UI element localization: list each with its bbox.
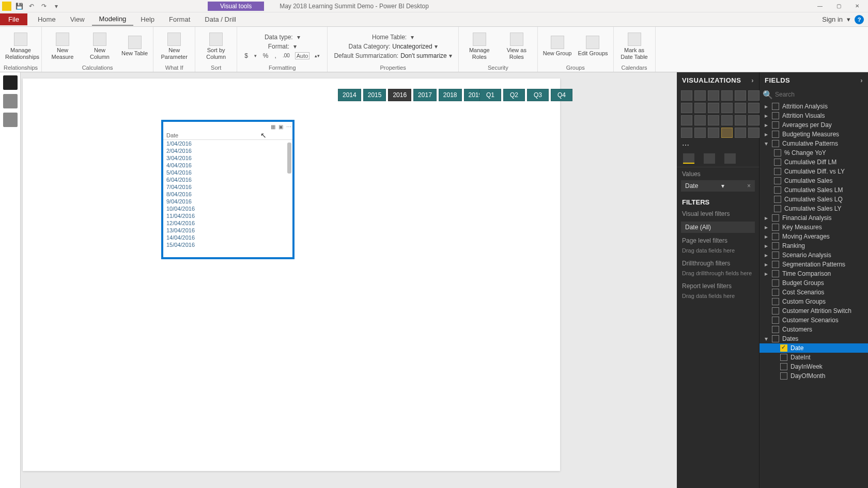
- viz-type-icon[interactable]: [748, 90, 760, 101]
- field-table[interactable]: ▸Scenario Analysis: [760, 250, 868, 260]
- table-column-header[interactable]: Date: [163, 131, 292, 140]
- table-visual[interactable]: ↖ ▦ ▣ ⋯ Date 1/04/20162/04/20163/04/2016…: [161, 120, 295, 259]
- field-table[interactable]: ▸Averages per Day: [760, 120, 868, 130]
- qat-dropdown-icon[interactable]: ▾: [52, 2, 61, 11]
- viz-type-icon[interactable]: [694, 115, 706, 125]
- expand-icon[interactable]: ▸: [764, 103, 769, 110]
- expand-icon[interactable]: ▾: [764, 140, 769, 147]
- table-row[interactable]: 1/04/2016: [163, 140, 292, 147]
- table-row[interactable]: 12/04/2016: [163, 219, 292, 227]
- tab-data-drill[interactable]: Data / Drill: [197, 13, 243, 25]
- viz-type-icon[interactable]: [748, 103, 760, 113]
- new-column-button[interactable]: New Column: [82, 32, 117, 60]
- table-row[interactable]: 10/04/2016: [163, 205, 292, 212]
- new-table-button[interactable]: New Table: [119, 35, 150, 57]
- chevron-down-icon[interactable]: ▾: [847, 15, 850, 23]
- field-table[interactable]: ▸Time Comparison: [760, 269, 868, 278]
- field-checkbox[interactable]: [780, 363, 787, 370]
- viz-type-icon[interactable]: [681, 115, 692, 125]
- decimal-auto-box[interactable]: Auto: [295, 52, 310, 59]
- viz-type-icon[interactable]: [721, 128, 733, 138]
- field-checkbox[interactable]: [780, 354, 787, 361]
- table-row[interactable]: 3/04/2016: [163, 154, 292, 162]
- remove-field-icon[interactable]: ×: [747, 182, 751, 190]
- expand-icon[interactable]: ▸: [764, 242, 769, 249]
- field-item[interactable]: DayInWeek: [760, 362, 868, 371]
- field-table[interactable]: ▾Dates: [760, 334, 868, 343]
- viz-type-icon[interactable]: [721, 115, 733, 125]
- field-checkbox[interactable]: [774, 205, 781, 212]
- field-checkbox[interactable]: [774, 196, 781, 203]
- report-filters-drop[interactable]: Drag data fields here: [677, 292, 759, 303]
- default-summarization-value[interactable]: Don't summarize: [400, 52, 447, 59]
- field-item[interactable]: Cumulative Sales: [760, 176, 868, 185]
- chevron-down-icon[interactable]: ▾: [293, 43, 297, 50]
- chevron-down-icon[interactable]: ▾: [411, 34, 414, 41]
- viz-type-icon[interactable]: [708, 90, 719, 101]
- chevron-down-icon[interactable]: ▾: [435, 43, 438, 50]
- viz-type-icon[interactable]: [735, 90, 746, 101]
- slicer-year-2016[interactable]: 2016: [388, 89, 411, 101]
- collapse-pane-icon[interactable]: ›: [751, 76, 754, 84]
- sign-in-link[interactable]: Sign in: [822, 15, 843, 23]
- slicer-q4[interactable]: Q4: [551, 89, 572, 101]
- chevron-down-icon[interactable]: ▾: [297, 34, 300, 41]
- page-filters-drop[interactable]: Drag data fields here: [677, 246, 759, 258]
- field-item[interactable]: Cumulative Sales LM: [760, 185, 868, 195]
- expand-icon[interactable]: ▸: [764, 261, 769, 268]
- table-row[interactable]: 7/04/2016: [163, 183, 292, 191]
- field-item[interactable]: Cumulative Sales LQ: [760, 195, 868, 204]
- field-item[interactable]: Cumulative Sales LY: [760, 204, 868, 213]
- field-table[interactable]: ▸Key Measures: [760, 223, 868, 232]
- visual-filter-date[interactable]: Date (All): [681, 222, 755, 233]
- drillthrough-drop[interactable]: Drag drillthrough fields here: [677, 269, 759, 280]
- report-canvas[interactable]: 2014 2015 2016 2017 2018 2019 Q1 Q2 Q3 Q…: [23, 78, 560, 471]
- viz-type-icon[interactable]: [721, 90, 733, 101]
- viz-type-icon[interactable]: [681, 128, 692, 138]
- viz-type-icon[interactable]: [735, 103, 746, 113]
- new-parameter-button[interactable]: New Parameter: [157, 32, 192, 60]
- expand-icon[interactable]: ▸: [764, 233, 769, 240]
- stepper-icon[interactable]: ▴▾: [314, 53, 321, 58]
- collapse-pane-icon[interactable]: ›: [860, 76, 863, 84]
- tab-help[interactable]: Help: [133, 13, 162, 25]
- chevron-down-icon[interactable]: ▾: [449, 52, 452, 59]
- comma-format-button[interactable]: ,: [274, 52, 277, 59]
- expand-icon[interactable]: ▾: [764, 335, 769, 342]
- minimize-button[interactable]: —: [812, 1, 828, 11]
- percent-format-button[interactable]: %: [262, 52, 270, 59]
- viz-type-icon[interactable]: [748, 128, 760, 138]
- tab-modeling[interactable]: Modeling: [92, 13, 134, 26]
- field-table[interactable]: ▸Segmentation Patterns: [760, 260, 868, 269]
- field-table[interactable]: ▸Budgeting Measures: [760, 130, 868, 139]
- expand-icon[interactable]: ▸: [764, 251, 769, 259]
- slicer-year-2014[interactable]: 2014: [338, 89, 361, 101]
- visual-filter-icon[interactable]: ▦: [271, 124, 275, 130]
- help-icon[interactable]: ?: [855, 15, 864, 24]
- slicer-q2[interactable]: Q2: [503, 89, 525, 101]
- table-row[interactable]: 13/04/2016: [163, 227, 292, 234]
- scrollbar-thumb[interactable]: [287, 143, 291, 174]
- expand-icon[interactable]: ▸: [764, 121, 769, 129]
- field-checkbox[interactable]: [780, 372, 787, 380]
- view-as-roles-button[interactable]: View as Roles: [499, 32, 534, 60]
- expand-icon[interactable]: ▸: [764, 214, 769, 222]
- field-table[interactable]: Custom Groups: [760, 297, 868, 306]
- expand-icon[interactable]: ▸: [764, 224, 769, 231]
- edit-groups-button[interactable]: Edit Groups: [576, 35, 610, 57]
- sort-by-column-button[interactable]: Sort by Column: [198, 32, 234, 60]
- field-checkbox[interactable]: [780, 344, 787, 352]
- format-tab[interactable]: [704, 153, 715, 164]
- data-view-button[interactable]: [3, 94, 18, 108]
- slicer-q3[interactable]: Q3: [527, 89, 549, 101]
- more-visuals-icon[interactable]: ⋯: [677, 140, 759, 150]
- table-row[interactable]: 9/04/2016: [163, 198, 292, 205]
- close-button[interactable]: ✕: [849, 1, 865, 11]
- viz-type-icon[interactable]: [708, 103, 719, 113]
- undo-icon[interactable]: ↶: [27, 2, 36, 11]
- tab-view[interactable]: View: [63, 13, 92, 25]
- field-table[interactable]: ▸Moving Averages: [760, 232, 868, 241]
- field-table[interactable]: Customers: [760, 325, 868, 334]
- visual-focus-icon[interactable]: ▣: [278, 124, 283, 130]
- field-table[interactable]: ▸Attrition Analysis: [760, 102, 868, 111]
